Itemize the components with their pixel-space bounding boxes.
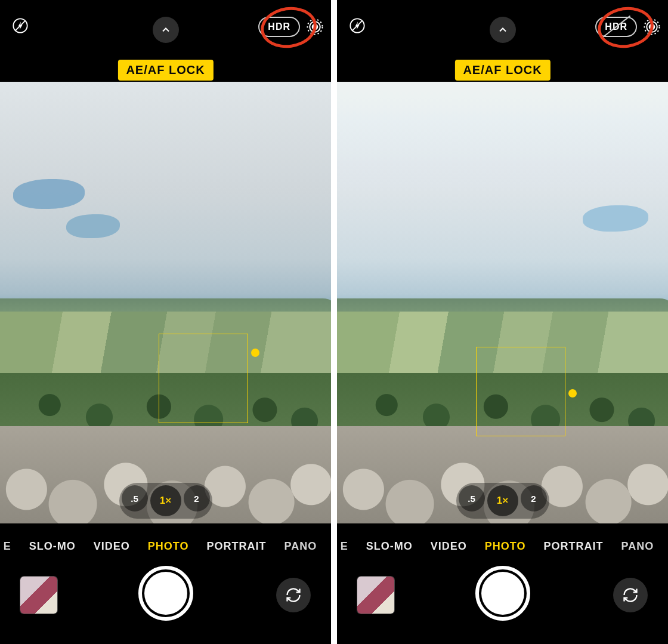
last-photo-thumbnail[interactable]: [357, 577, 394, 614]
mode-slomo[interactable]: SLO-MO: [29, 540, 76, 553]
flash-button[interactable]: [345, 14, 369, 38]
flash-button[interactable]: [8, 14, 32, 38]
focus-indicator: [476, 347, 565, 436]
ae-af-lock-badge: AE/AF LOCK: [117, 60, 213, 81]
mode-edge: E: [341, 540, 348, 553]
top-controls: HDR: [337, 0, 668, 51]
exposure-slider-dot[interactable]: [568, 389, 577, 398]
camera-switch-button[interactable]: [276, 578, 311, 612]
mode-portrait[interactable]: PORTRAIT: [544, 540, 604, 553]
zoom-selector: .5 1× 2: [456, 483, 549, 519]
mode-video[interactable]: VIDEO: [94, 540, 130, 553]
flash-off-icon: [12, 17, 29, 34]
chevron-up-icon: [160, 24, 172, 36]
svg-line-6: [352, 21, 362, 30]
viewfinder[interactable]: .5 1× 2: [337, 82, 668, 523]
mode-video[interactable]: VIDEO: [431, 540, 467, 553]
live-photo-icon: [643, 18, 661, 36]
svg-line-1: [16, 21, 25, 30]
shutter-button[interactable]: [475, 566, 530, 621]
zoom-1x[interactable]: 1×: [487, 485, 518, 516]
mode-slomo[interactable]: SLO-MO: [366, 540, 413, 553]
zoom-selector: .5 1× 2: [119, 483, 212, 519]
mode-photo[interactable]: PHOTO: [485, 540, 526, 553]
zoom-1x[interactable]: 1×: [150, 485, 181, 516]
live-photo-button[interactable]: [305, 17, 325, 37]
zoom-0.5x[interactable]: .5: [122, 485, 148, 511]
camera-switch-icon: [622, 587, 639, 603]
options-chevron[interactable]: [490, 17, 516, 43]
camera-switch-button[interactable]: [613, 578, 648, 612]
camera-switch-icon: [285, 587, 302, 603]
live-photo-icon: [306, 18, 324, 36]
mode-edge: E: [4, 540, 11, 553]
mode-portrait[interactable]: PORTRAIT: [207, 540, 267, 553]
shutter-inner: [481, 572, 524, 615]
zoom-2x[interactable]: 2: [521, 485, 547, 511]
mode-strip[interactable]: E SLO-MO VIDEO PHOTO PORTRAIT PANO: [0, 534, 331, 558]
svg-point-7: [650, 24, 655, 30]
mode-strip[interactable]: E SLO-MO VIDEO PHOTO PORTRAIT PANO: [337, 534, 668, 558]
viewfinder[interactable]: .5 1× 2: [0, 82, 331, 523]
last-photo-thumbnail[interactable]: [20, 577, 57, 614]
shutter-button[interactable]: [138, 566, 193, 621]
top-controls: HDR: [0, 0, 331, 51]
zoom-2x[interactable]: 2: [184, 485, 210, 511]
options-chevron[interactable]: [153, 17, 179, 43]
svg-point-2: [313, 24, 318, 30]
flash-off-icon: [349, 17, 366, 34]
mode-photo[interactable]: PHOTO: [148, 540, 189, 553]
camera-screen-left: HDR AE/AF LOCK: [0, 0, 331, 644]
shutter-inner: [144, 572, 187, 615]
chevron-up-icon: [497, 24, 509, 36]
mode-pano[interactable]: PANO: [621, 540, 654, 553]
bottom-controls: [0, 566, 331, 631]
hdr-toggle[interactable]: HDR: [258, 17, 300, 37]
hdr-toggle[interactable]: HDR: [595, 17, 637, 37]
bottom-controls: [337, 566, 668, 631]
mode-pano[interactable]: PANO: [284, 540, 317, 553]
hdr-label: HDR: [268, 21, 290, 32]
ae-af-lock-badge: AE/AF LOCK: [454, 60, 550, 81]
camera-screen-right: HDR AE/AF LOCK: [337, 0, 668, 644]
zoom-0.5x[interactable]: .5: [459, 485, 485, 511]
focus-indicator: [159, 334, 248, 423]
live-photo-button[interactable]: [642, 17, 662, 37]
